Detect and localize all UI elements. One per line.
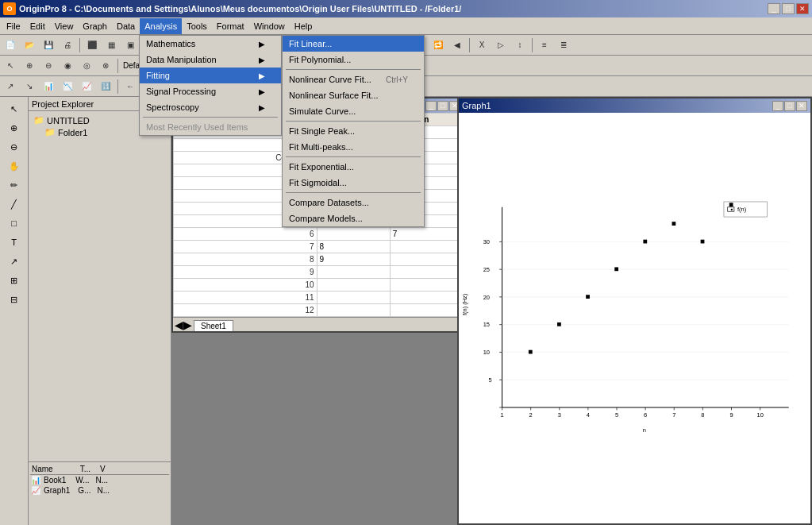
zoom-in-tool[interactable]: ⊕ <box>6 119 23 137</box>
menu-help[interactable]: Help <box>290 18 317 34</box>
tb3-btn-3[interactable]: 📊 <box>40 78 57 95</box>
signal-processing-arrow: ▶ <box>259 87 265 96</box>
tb2-btn-6[interactable]: ⊗ <box>97 57 114 75</box>
tree-folder-label: Folder1 <box>58 128 87 137</box>
sheet1-tab[interactable]: Sheet1 <box>194 320 233 331</box>
tsep1 <box>117 59 118 73</box>
fitting-item[interactable]: Fitting ▶ <box>140 68 281 83</box>
print-btn[interactable]: 🖨 <box>59 37 76 54</box>
tb3-btn-4[interactable]: 📉 <box>59 78 76 95</box>
nonlinear-curve-item[interactable]: Nonlinear Curve Fit... Ctrl+Y <box>283 71 424 87</box>
graph1-name: Graph1 <box>44 486 70 495</box>
tab-next[interactable]: ▶ <box>183 318 192 331</box>
data-row-10: 10 <box>174 279 464 291</box>
svg-text:25: 25 <box>483 266 490 273</box>
zoom-out-tool[interactable]: ⊖ <box>6 138 23 156</box>
sep6 <box>469 38 470 52</box>
tb-btn-25[interactable]: ▷ <box>492 37 510 54</box>
fit-sigmoidal-item[interactable]: Fit Sigmoidal... <box>283 175 424 191</box>
fit-linear-item[interactable]: Fit Linear... <box>283 36 424 52</box>
tb3-btn-6[interactable]: 🔢 <box>97 78 114 95</box>
menu-data[interactable]: Data <box>112 18 140 34</box>
tb-btn-22[interactable]: 🔁 <box>429 37 447 54</box>
new-btn[interactable]: 📄 <box>2 37 19 54</box>
line-tool[interactable]: ╱ <box>6 195 23 213</box>
minimize-button[interactable]: _ <box>768 3 780 14</box>
book1-row[interactable]: 📊 Book1 W... N... <box>30 475 169 485</box>
graph1-row[interactable]: 📈 Graph1 G... N... <box>30 485 169 496</box>
menu-edit[interactable]: Edit <box>25 18 50 34</box>
svg-text:20: 20 <box>483 294 490 301</box>
menu-window[interactable]: Window <box>249 18 290 34</box>
tab-prev[interactable]: ◀ <box>175 318 183 331</box>
graph-maximize[interactable]: □ <box>784 101 795 111</box>
close-button[interactable]: ✕ <box>796 3 809 14</box>
tb2-btn-1[interactable]: ↖ <box>2 57 19 75</box>
menu-graph[interactable]: Graph <box>78 18 112 34</box>
simulate-curve-item[interactable]: Simulate Curve... <box>283 103 424 119</box>
graph1-col2: N... <box>97 486 110 495</box>
sheet-minimize[interactable]: _ <box>425 101 437 111</box>
book1-col1: W... <box>75 476 89 484</box>
tb-btn-23[interactable]: ◀ <box>448 37 466 54</box>
compare-models-item[interactable]: Compare Models... <box>283 210 424 226</box>
extra-tool-1[interactable]: ⊞ <box>6 272 23 289</box>
folder-icon: 📁 <box>33 115 44 125</box>
graph1-col1: G... <box>78 486 90 495</box>
maximize-button[interactable]: □ <box>782 3 795 14</box>
tb2-btn-3[interactable]: ⊖ <box>40 57 57 75</box>
text-tool[interactable]: T <box>6 234 23 251</box>
fitting-dropdown: Fit Linear... Fit Polynomial... Nonlinea… <box>282 35 425 227</box>
menu-view[interactable]: View <box>50 18 79 34</box>
explorer-title: Project Explorer <box>32 99 94 109</box>
col-name-header: Name <box>32 465 53 473</box>
graph-minimize[interactable]: _ <box>772 101 783 111</box>
compare-datasets-item[interactable]: Compare Datasets... <box>283 195 424 210</box>
open-btn[interactable]: 📂 <box>21 37 38 54</box>
fit-multi-peaks-item[interactable]: Fit Multi-peaks... <box>283 139 424 155</box>
sep7 <box>532 38 533 52</box>
data-manipulation-item[interactable]: Data Manipulation ▶ <box>140 52 281 68</box>
mathematics-item[interactable]: Mathematics ▶ <box>140 36 281 52</box>
tb-btn-24[interactable]: X <box>473 37 491 54</box>
tb2-btn-2[interactable]: ⊕ <box>21 57 38 75</box>
graph-close[interactable]: ✕ <box>796 101 807 111</box>
tb-btn-6[interactable]: ▦ <box>102 37 120 54</box>
svg-text:4: 4 <box>587 411 590 419</box>
spectroscopy-item[interactable]: Spectroscopy ▶ <box>140 99 281 115</box>
draw-tool[interactable]: ✏ <box>6 176 23 194</box>
extra-tool-2[interactable]: ⊟ <box>6 291 23 308</box>
menu-analysis[interactable]: Analysis <box>140 18 182 34</box>
tb3-btn-1[interactable]: ↗ <box>2 78 19 95</box>
analysis-dropdown: Mathematics ▶ Data Manipulation ▶ Fittin… <box>139 35 282 136</box>
explorer-panel: Project Explorer ✕ 📁 UNTITLED 📁 Folder1 … <box>29 97 171 525</box>
pan-tool[interactable]: ✋ <box>6 157 23 175</box>
tb-btn-27[interactable]: ≡ <box>536 37 553 54</box>
fit-single-peak-item[interactable]: Fit Single Peak... <box>283 123 424 139</box>
save-btn[interactable]: 💾 <box>40 37 57 54</box>
tb3-btn-7[interactable]: ← <box>121 78 139 95</box>
sheet-maximize[interactable]: □ <box>437 101 448 111</box>
tb3-btn-5[interactable]: 📈 <box>78 78 95 95</box>
tb-btn-28[interactable]: ≣ <box>555 37 572 54</box>
tb-btn-26[interactable]: ↕ <box>511 37 529 54</box>
menu-tools[interactable]: Tools <box>182 18 212 34</box>
svg-text:1: 1 <box>500 411 503 419</box>
tb-btn-7[interactable]: ▣ <box>121 37 139 54</box>
menu-file[interactable]: File <box>2 18 25 34</box>
tb3-btn-2[interactable]: ↘ <box>21 78 38 95</box>
fit-exponential-item[interactable]: Fit Exponential... <box>283 159 424 175</box>
fit-sep4 <box>286 192 421 193</box>
signal-processing-item[interactable]: Signal Processing ▶ <box>140 83 281 99</box>
nonlinear-surface-item[interactable]: Nonlinear Surface Fit... <box>283 87 424 103</box>
rect-tool[interactable]: □ <box>6 214 23 232</box>
tb2-btn-5[interactable]: ◎ <box>78 57 95 75</box>
tb2-btn-4[interactable]: ◉ <box>59 57 76 75</box>
fit-exponential-label: Fit Exponential... <box>289 162 354 172</box>
fit-polynomial-item[interactable]: Fit Polynomial... <box>283 52 424 68</box>
arrow-tool[interactable]: ↗ <box>6 253 23 270</box>
app-icon: O <box>3 2 16 15</box>
menu-format[interactable]: Format <box>212 18 249 34</box>
select-tool[interactable]: ↖ <box>6 100 23 118</box>
tb-btn-5[interactable]: ⬛ <box>83 37 101 54</box>
